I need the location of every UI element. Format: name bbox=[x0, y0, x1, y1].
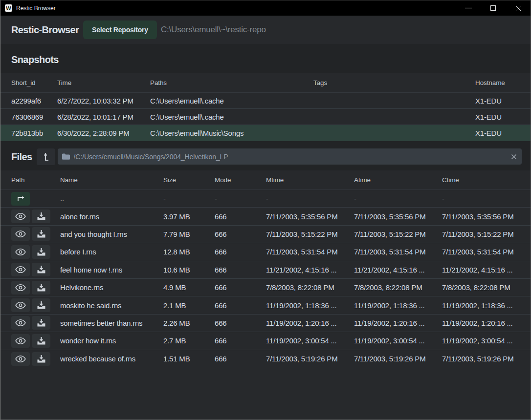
file-mtime: 7/8/2003, 8:22:08 PM bbox=[266, 283, 354, 292]
app-title: Restic-Browser bbox=[11, 24, 77, 36]
file-row-0[interactable]: alone for.rns 3.97 MB 666 7/11/2003, 5:3… bbox=[0, 208, 531, 225]
file-name: .. bbox=[60, 194, 163, 203]
col-name: Name bbox=[60, 176, 163, 184]
snapshot-paths: C:\Users\emuell\Music\Songs bbox=[150, 129, 313, 137]
eye-icon bbox=[15, 248, 26, 256]
snapshot-row-0[interactable]: a2299af6 6/27/2022, 10:03:32 PM C:\Users… bbox=[0, 93, 531, 109]
col-atime: Atime bbox=[354, 176, 442, 184]
download-file-button[interactable] bbox=[32, 210, 50, 223]
file-size: 1.51 MB bbox=[163, 355, 215, 363]
eye-icon bbox=[15, 355, 26, 363]
file-atime: 7/11/2003, 5:15:22 PM bbox=[354, 230, 442, 238]
download-file-button[interactable] bbox=[32, 263, 50, 276]
file-ctime: 7/11/2003, 5:35:56 PM bbox=[442, 212, 531, 221]
minimize-button[interactable] bbox=[456, 0, 481, 16]
file-row-5[interactable]: moskito he said.rns 2.1 MB 666 11/19/200… bbox=[0, 296, 531, 314]
close-button[interactable] bbox=[506, 0, 531, 16]
tree-toggle-button[interactable] bbox=[37, 148, 55, 165]
file-ctime: 7/11/2003, 5:31:54 PM bbox=[442, 248, 531, 256]
download-file-button[interactable] bbox=[32, 298, 50, 312]
files-table-header: Path Name Size Mode Mtime Atime Ctime bbox=[0, 170, 531, 190]
parent-dir-button[interactable] bbox=[11, 192, 30, 206]
file-name: alone for.rns bbox=[60, 212, 163, 221]
eye-icon bbox=[15, 284, 26, 292]
preview-file-button[interactable] bbox=[11, 227, 30, 241]
download-file-button[interactable] bbox=[32, 281, 50, 294]
file-ctime: 11/21/2002, 4:15:16 ... bbox=[442, 266, 531, 274]
clear-path-button[interactable] bbox=[510, 153, 518, 161]
download-file-button[interactable] bbox=[32, 352, 50, 366]
file-row-2[interactable]: before I.rns 12.8 MB 666 7/11/2003, 5:31… bbox=[0, 243, 531, 261]
snapshot-time: 6/30/2022, 2:28:09 PM bbox=[57, 129, 150, 137]
titlebar: W Restic Browser bbox=[0, 0, 531, 16]
download-icon bbox=[37, 301, 45, 309]
preview-file-button[interactable] bbox=[11, 316, 30, 330]
file-mode: 666 bbox=[215, 336, 266, 345]
file-row-6[interactable]: sometimes better than.rns 2.26 MB 666 11… bbox=[0, 315, 531, 332]
file-mode: 666 bbox=[215, 301, 266, 310]
preview-file-button[interactable] bbox=[11, 210, 30, 223]
file-row-4[interactable]: Helvikone.rns 4.9 MB 666 7/8/2003, 8:22:… bbox=[0, 279, 531, 296]
file-mtime: 7/11/2003, 5:31:54 PM bbox=[266, 248, 354, 256]
preview-file-button[interactable] bbox=[11, 281, 30, 294]
file-size: 2.26 MB bbox=[163, 319, 215, 327]
snapshot-hostname: X1-EDU bbox=[475, 129, 531, 137]
file-name: before I.rns bbox=[60, 248, 163, 256]
file-ctime: 11/19/2002, 3:00:54 ... bbox=[442, 336, 531, 345]
snapshot-row-1[interactable]: 76306869 6/28/2022, 10:01:17 PM C:\Users… bbox=[0, 109, 531, 125]
eye-icon bbox=[15, 230, 26, 238]
file-atime: 11/19/2002, 1:18:36 ... bbox=[354, 301, 442, 310]
preview-file-button[interactable] bbox=[11, 263, 30, 276]
file-atime: 11/19/2002, 3:00:54 ... bbox=[354, 336, 442, 345]
preview-file-button[interactable] bbox=[11, 352, 30, 366]
download-file-button[interactable] bbox=[32, 316, 50, 330]
preview-file-button[interactable] bbox=[11, 334, 30, 348]
snapshot-row-2[interactable]: 72b813bb 6/30/2022, 2:28:09 PM C:\Users\… bbox=[0, 125, 531, 141]
file-ctime: 11/19/2002, 1:18:36 ... bbox=[442, 301, 531, 310]
window-title: Restic Browser bbox=[16, 5, 56, 12]
file-ctime: 7/11/2003, 5:15:22 PM bbox=[442, 230, 531, 238]
file-atime: 7/11/2003, 5:31:54 PM bbox=[354, 248, 442, 256]
col-mode: Mode bbox=[215, 176, 266, 184]
app-header: Restic-Browser Select Repository C:\User… bbox=[0, 16, 531, 44]
download-icon bbox=[37, 284, 45, 292]
file-mode: 666 bbox=[215, 266, 266, 274]
files-path-input[interactable]: /C:/Users/emuell/Music/Songs/2004_Helvet… bbox=[74, 153, 510, 161]
file-size: 10.6 MB bbox=[163, 266, 215, 274]
col-paths: Paths bbox=[150, 79, 313, 86]
file-ctime: 7/11/2003, 5:19:26 PM bbox=[442, 355, 531, 363]
file-mode: - bbox=[215, 194, 266, 203]
file-row-1[interactable]: and you thought I.rns 7.79 MB 666 7/11/2… bbox=[0, 226, 531, 243]
file-atime: 11/21/2002, 4:15:16 ... bbox=[354, 266, 442, 274]
clear-icon bbox=[511, 154, 517, 160]
download-file-button[interactable] bbox=[32, 334, 50, 348]
files-section-header: Files /C:/Users/emuell/Music/Songs/2004_… bbox=[0, 141, 531, 170]
file-ctime: 11/19/2002, 1:20:16 ... bbox=[442, 319, 531, 327]
download-icon bbox=[37, 212, 45, 220]
eye-icon bbox=[15, 301, 26, 309]
eye-icon bbox=[15, 266, 26, 273]
download-file-button[interactable] bbox=[32, 227, 50, 241]
minimize-icon bbox=[465, 5, 472, 11]
file-size: 12.8 MB bbox=[163, 248, 215, 256]
maximize-button[interactable] bbox=[481, 0, 506, 16]
file-row-parent[interactable]: .. - - - - - bbox=[0, 190, 531, 208]
preview-file-button[interactable] bbox=[11, 245, 30, 259]
select-repository-button[interactable]: Select Repository bbox=[83, 21, 157, 39]
up-dir-icon bbox=[17, 195, 24, 202]
snapshot-time: 6/27/2022, 10:03:32 PM bbox=[57, 97, 150, 105]
file-row-7[interactable]: wonder how it.rns 2.7 MB 666 11/19/2002,… bbox=[0, 332, 531, 350]
file-row-8[interactable]: wrecked because of.rns 1.51 MB 666 7/11/… bbox=[0, 350, 531, 368]
file-name: moskito he said.rns bbox=[60, 301, 163, 310]
download-file-button[interactable] bbox=[32, 245, 50, 259]
file-ctime: - bbox=[442, 194, 531, 203]
snapshots-table-header: Short_id Time Paths Tags Hostname bbox=[0, 73, 531, 93]
file-atime: 7/11/2003, 5:35:56 PM bbox=[354, 212, 442, 221]
app-logo-icon: W bbox=[5, 4, 12, 12]
file-row-3[interactable]: feel home now !.rns 10.6 MB 666 11/21/20… bbox=[0, 261, 531, 279]
file-mtime: 7/11/2003, 5:15:22 PM bbox=[266, 230, 354, 238]
preview-file-button[interactable] bbox=[11, 298, 30, 312]
file-mode: 666 bbox=[215, 283, 266, 292]
files-path-bar[interactable]: /C:/Users/emuell/Music/Songs/2004_Helvet… bbox=[58, 148, 522, 165]
snapshot-short-id: 72b813bb bbox=[11, 129, 57, 137]
